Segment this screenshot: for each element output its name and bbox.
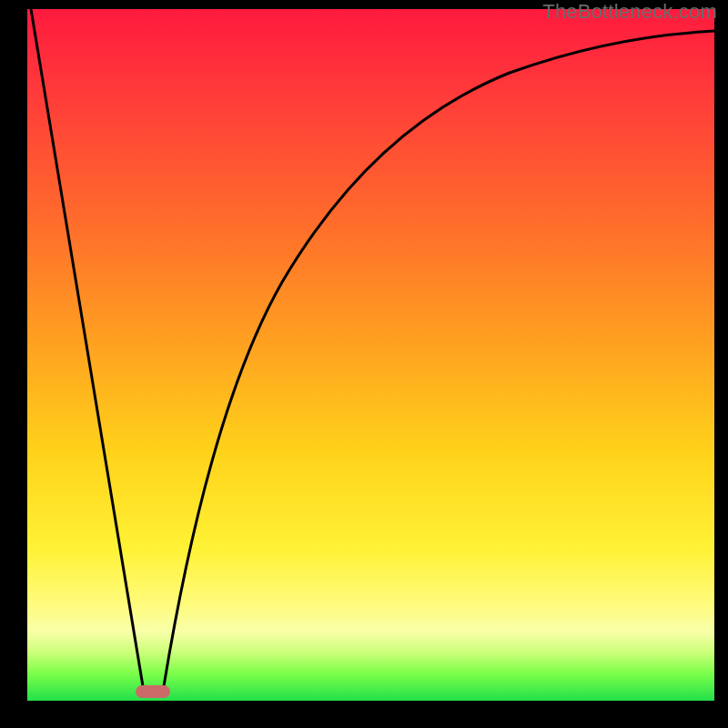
- left-branch-line: [31, 9, 143, 686]
- curve-layer: [27, 9, 714, 701]
- chart-frame: TheBottleneck.com: [0, 0, 728, 728]
- trough-marker: [136, 685, 170, 698]
- plot-area: [27, 9, 714, 701]
- watermark-text: TheBottleneck.com: [542, 0, 717, 24]
- right-branch-line: [164, 31, 714, 686]
